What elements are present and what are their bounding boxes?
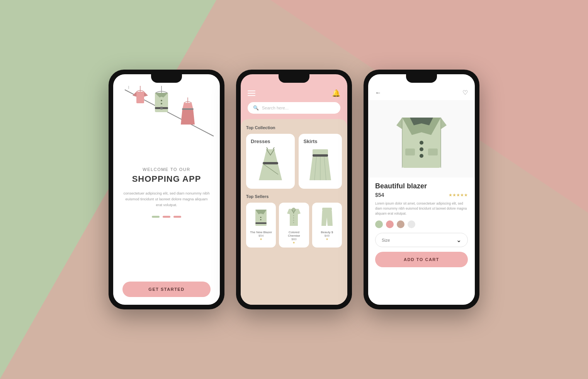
svg-rect-35 <box>405 149 415 155</box>
product-name: Beautiful blazer <box>375 182 468 190</box>
size-selector[interactable]: Size ⌄ <box>375 233 468 247</box>
svg-rect-30 <box>322 208 332 211</box>
svg-rect-5 <box>136 92 144 103</box>
color-selector <box>375 220 468 228</box>
seller-beauty[interactable]: Beauty $ $49 ★ <box>312 203 342 248</box>
browse-screen: 🔔 🔍 Search here... Top Collection Dresse… <box>241 74 347 305</box>
search-bar[interactable]: 🔍 Search here... <box>248 102 340 114</box>
browse-header: 🔔 <box>241 74 347 102</box>
svg-point-25 <box>260 217 262 218</box>
welcome-screen: WELCOME TO OUR SHOPPING APP consectetuer… <box>113 74 220 305</box>
svg-point-9 <box>161 103 162 104</box>
svg-line-16 <box>273 147 274 149</box>
browse-content: Top Collection Dresses <box>241 119 347 305</box>
svg-point-32 <box>420 141 423 145</box>
seller-chemise-stars: ★ <box>292 241 295 244</box>
dot-2 <box>163 216 170 218</box>
svg-point-34 <box>420 154 423 158</box>
svg-rect-19 <box>313 149 328 155</box>
dot-3 <box>173 216 181 218</box>
svg-point-26 <box>260 219 262 220</box>
dot-1 <box>152 216 160 218</box>
size-label: Size <box>382 238 390 242</box>
top-sellers-label: Top Sellers <box>246 194 342 199</box>
seller-blazer-stars: ★ <box>260 237 262 241</box>
svg-rect-11 <box>160 107 163 109</box>
notification-icon[interactable]: 🔔 <box>332 89 340 97</box>
phone-welcome: WELCOME TO OUR SHOPPING APP consectetuer… <box>109 70 224 309</box>
seller-blazer-name: The New Blazer <box>250 230 272 234</box>
welcome-subtitle: WELCOME TO OUR <box>122 167 211 172</box>
product-stars: ★★★★★ <box>449 193 468 198</box>
menu-line-2 <box>248 93 255 94</box>
svg-rect-17 <box>263 162 278 164</box>
svg-line-15 <box>267 147 268 149</box>
menu-line-1 <box>248 90 255 91</box>
svg-rect-13 <box>182 108 194 110</box>
product-price-row: $54 ★★★★★ <box>375 192 468 198</box>
seller-chemise[interactable]: Colored Chemise $60 ★ <box>279 203 309 248</box>
product-image <box>368 100 475 178</box>
collection-skirts[interactable]: Skirts <box>299 134 342 189</box>
hanger-illustration <box>113 74 220 159</box>
product-description: Lorem ipsum dolor sit amet, consectetuer… <box>375 201 468 216</box>
skirts-label: Skirts <box>303 138 317 144</box>
welcome-title: SHOPPING APP <box>122 174 211 184</box>
dresses-label: Dresses <box>251 138 270 144</box>
seller-blazer[interactable]: The New Blazer $54 ★ <box>246 203 276 248</box>
color-white[interactable] <box>408 220 415 228</box>
svg-rect-36 <box>428 149 438 155</box>
color-green[interactable] <box>375 220 383 228</box>
seller-beauty-stars: ★ <box>326 237 328 241</box>
top-collection-label: Top Collection <box>246 125 342 130</box>
seller-blazer-price: $54 <box>258 234 263 237</box>
add-to-cart-button[interactable]: ADD TO CART <box>375 252 468 267</box>
search-placeholder-text: Search here... <box>262 106 289 110</box>
product-screen: ← ♡ <box>368 74 475 305</box>
menu-icon[interactable] <box>248 90 255 96</box>
color-pink[interactable] <box>386 220 394 228</box>
back-button[interactable]: ← <box>375 89 381 96</box>
product-header: ← ♡ <box>368 74 475 100</box>
phone-browse: 🔔 🔍 Search here... Top Collection Dresse… <box>236 70 352 309</box>
search-icon: 🔍 <box>253 105 259 111</box>
seller-chemise-price: $60 <box>291 237 296 241</box>
color-brown[interactable] <box>397 220 404 228</box>
svg-rect-20 <box>313 154 328 157</box>
seller-beauty-price: $49 <box>325 234 330 237</box>
seller-beauty-name: Beauty $ <box>321 230 333 234</box>
seller-chemise-name: Colored Chemise <box>282 230 306 237</box>
collection-row: Dresses <box>246 134 342 189</box>
phone-product: ← ♡ <box>364 70 479 309</box>
get-started-button[interactable]: GET STARTED <box>122 282 211 297</box>
svg-point-33 <box>420 147 423 151</box>
product-info: Beautiful blazer $54 ★★★★★ Lorem ipsum d… <box>368 178 475 305</box>
wishlist-icon[interactable]: ♡ <box>462 89 468 96</box>
menu-line-3 <box>248 95 255 96</box>
pagination-dots <box>122 216 211 218</box>
svg-point-8 <box>161 100 162 101</box>
dropdown-chevron: ⌄ <box>456 236 461 244</box>
svg-rect-27 <box>255 222 267 224</box>
welcome-description: consectetuer adipiscing elit, sed diam n… <box>122 190 211 208</box>
collection-dresses[interactable]: Dresses <box>246 134 295 189</box>
welcome-text-area: WELCOME TO OUR SHOPPING APP consectetuer… <box>113 159 220 282</box>
sellers-grid: The New Blazer $54 ★ <box>246 203 342 248</box>
product-price: $54 <box>375 192 384 198</box>
